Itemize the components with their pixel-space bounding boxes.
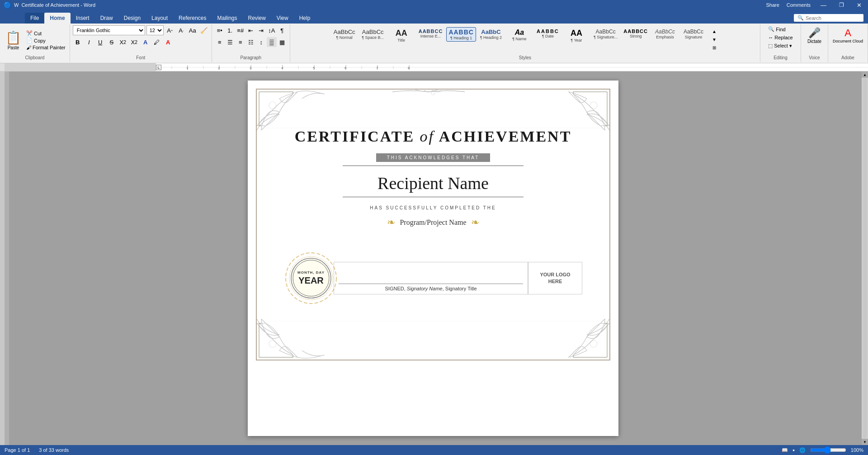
style-heading2[interactable]: AaBbC ¶ Heading 2	[477, 27, 505, 41]
svg-point-27	[590, 102, 597, 109]
superscript-button[interactable]: X2	[129, 37, 139, 47]
tab-design[interactable]: Design	[118, 13, 146, 24]
font-size-select[interactable]: 12	[146, 25, 164, 35]
style-heading1[interactable]: AABBC ¶ Heading 1	[446, 27, 476, 42]
recipient-name[interactable]: Recipient Name	[377, 173, 489, 193]
restore-button[interactable]: ❐	[836, 2, 847, 8]
read-mode-icon[interactable]: 📖	[782, 447, 788, 453]
tab-references[interactable]: References	[173, 13, 212, 24]
print-layout-icon[interactable]: ▪	[793, 447, 795, 454]
adobe-icon: A	[844, 27, 851, 39]
style-date[interactable]: AABBC ¶ Date	[534, 27, 561, 40]
share-button[interactable]: Share	[766, 2, 779, 8]
tab-home[interactable]: Home	[44, 13, 70, 24]
main-area: CERTIFICATE of ACHIEVEMENT THIS ACKNOWLE…	[0, 71, 868, 445]
style-space-before[interactable]: AaBbCc ¶ Space B...	[359, 27, 387, 41]
scroll-down-button[interactable]: ▼	[862, 439, 868, 445]
document-area[interactable]: CERTIFICATE of ACHIEVEMENT THIS ACKNOWLE…	[5, 71, 862, 445]
line-spacing-button[interactable]: ↕	[256, 37, 266, 47]
zoom-slider[interactable]	[810, 446, 846, 454]
font-group-label: Font	[136, 55, 145, 61]
styles-scroll-down[interactable]: ▼	[709, 35, 719, 43]
certificate-container: CERTIFICATE of ACHIEVEMENT THIS ACKNOWLE…	[248, 81, 618, 369]
font-name-select[interactable]: Franklin Gothic	[73, 25, 145, 35]
borders-button[interactable]: ▦	[277, 37, 287, 47]
increase-indent-button[interactable]: ⇥	[256, 25, 266, 35]
change-case-button[interactable]: Aa	[188, 25, 198, 35]
doc-title: Certificate of Achievement - Word	[21, 2, 95, 8]
search-input[interactable]	[806, 15, 860, 21]
scroll-thumb[interactable]	[863, 78, 867, 438]
tab-mailings[interactable]: Mailings	[212, 13, 242, 24]
find-button[interactable]: 🔍 Find	[766, 25, 787, 33]
style-emphasis[interactable]: AaBbCc Emphasis	[651, 27, 679, 41]
styles-expand[interactable]: ⊞	[709, 43, 719, 52]
shading-button[interactable]: ▒	[267, 37, 277, 47]
select-button[interactable]: ⬚ Select ▾	[766, 42, 794, 50]
document-page: CERTIFICATE of ACHIEVEMENT THIS ACKNOWLE…	[248, 81, 618, 436]
style-intense-emphasis[interactable]: AABBCC Intense E...	[416, 27, 445, 40]
format-painter-button[interactable]: 🖌 Format Painter	[25, 44, 67, 51]
tab-view[interactable]: View	[271, 13, 294, 24]
style-signature2[interactable]: AaBbCc Signature	[680, 27, 707, 41]
program-name[interactable]: Program/Project Name	[400, 218, 466, 227]
search-icon: 🔍	[797, 15, 804, 21]
bullets-button[interactable]: ≡•	[215, 25, 225, 35]
close-button[interactable]: ✕	[854, 2, 864, 9]
replace-button[interactable]: ↔ Replace	[766, 34, 794, 41]
tab-file[interactable]: File	[25, 13, 44, 24]
logo-area[interactable]: YOUR LOGO HERE	[528, 262, 582, 294]
text-effects-button[interactable]: A	[141, 37, 151, 47]
cut-button[interactable]: ✂️ Cut	[25, 30, 67, 37]
text-highlight-button[interactable]: 🖊	[152, 37, 162, 47]
select-icon: ⬚	[768, 43, 773, 49]
flourish-right: ❧	[471, 217, 479, 228]
sort-button[interactable]: ↕A	[267, 25, 277, 35]
comments-button[interactable]: Comments	[787, 2, 811, 8]
align-left-button[interactable]: ≡	[215, 37, 225, 47]
dictate-button[interactable]: 🎤 Dictate	[806, 25, 823, 46]
align-center-button[interactable]: ☰	[225, 37, 235, 47]
numbering-button[interactable]: 1.	[225, 25, 235, 35]
adobe-button[interactable]: A Document Cloud	[831, 25, 865, 45]
underline-button[interactable]: U	[95, 37, 105, 47]
style-year[interactable]: AA ¶ Year	[563, 27, 590, 44]
status-right: 📖 ▪ 🌐 100%	[782, 446, 863, 454]
justify-button[interactable]: ☷	[246, 37, 256, 47]
style-strong[interactable]: AABBCC Strong	[621, 27, 650, 40]
app-icon: W	[14, 2, 19, 8]
copy-button[interactable]: 📄 Copy	[25, 37, 67, 44]
italic-button[interactable]: I	[84, 37, 94, 47]
styles-scroll-up[interactable]: ▲	[709, 27, 719, 35]
font-color-button[interactable]: A	[163, 37, 173, 47]
cut-icon: ✂️	[26, 30, 33, 36]
align-right-button[interactable]: ≡	[236, 37, 245, 47]
clear-format-button[interactable]: 🧹	[199, 25, 209, 35]
tab-draw[interactable]: Draw	[95, 13, 118, 24]
zoom-level: 100%	[851, 447, 863, 453]
tab-help[interactable]: Help	[294, 13, 316, 24]
minimize-button[interactable]: —	[818, 2, 829, 9]
bold-button[interactable]: B	[73, 37, 83, 47]
vertical-scrollbar[interactable]: ▲ ▼	[862, 71, 868, 445]
style-normal[interactable]: AaBbCc ¶ Normal	[331, 27, 358, 41]
font-grow-button[interactable]: A+	[165, 25, 175, 35]
subscript-button[interactable]: X2	[118, 37, 128, 47]
find-icon: 🔍	[768, 26, 774, 32]
font-format-row: B I U S X2 X2 A 🖊 A	[73, 37, 173, 47]
tab-insert[interactable]: Insert	[71, 13, 95, 24]
style-name[interactable]: Aa ¶ Name	[506, 27, 533, 43]
tab-layout[interactable]: Layout	[146, 13, 173, 24]
scroll-up-button[interactable]: ▲	[862, 71, 868, 78]
style-title[interactable]: AA Title	[388, 27, 415, 44]
signature-area[interactable]: SIGNED, Signatory Name, Signatory Title	[334, 262, 528, 294]
paste-button[interactable]: 📋 Paste	[3, 29, 24, 51]
show-formatting-button[interactable]: ¶	[277, 25, 287, 35]
tab-review[interactable]: Review	[243, 13, 271, 24]
style-signature[interactable]: AaBbCc ¶ Signature...	[591, 27, 620, 41]
font-shrink-button[interactable]: A-	[176, 25, 186, 35]
web-view-icon[interactable]: 🌐	[799, 447, 806, 453]
decrease-indent-button[interactable]: ⇤	[246, 25, 256, 35]
multilevel-list-button[interactable]: ≡#	[236, 25, 245, 35]
strikethrough-button[interactable]: S	[107, 37, 117, 47]
